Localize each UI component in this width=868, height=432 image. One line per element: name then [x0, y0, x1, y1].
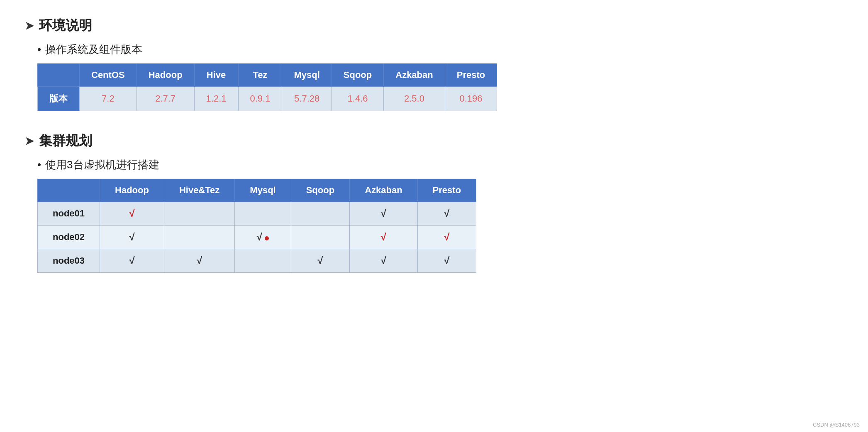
- cluster-table: Hadoop Hive&Tez Mysql Sqoop Azkaban Pres…: [37, 179, 476, 273]
- cluster-header-row: Hadoop Hive&Tez Mysql Sqoop Azkaban Pres…: [38, 179, 476, 202]
- cluster-node01-hadoop: √: [100, 202, 164, 226]
- section-environment: ➤ 环境说明 • 操作系统及组件版本 CentOS Hadoop Hive Te…: [25, 17, 843, 111]
- cluster-th-empty: [38, 179, 100, 202]
- cluster-th-presto: Presto: [417, 179, 476, 202]
- check-icon: √: [444, 208, 449, 219]
- check-icon: √: [317, 255, 323, 266]
- version-th-presto: Presto: [445, 64, 497, 87]
- cluster-node03-hivetez: √: [164, 249, 234, 273]
- section-title-cluster: ➤ 集群规划: [25, 132, 843, 150]
- cluster-node03-presto: √: [417, 249, 476, 273]
- cluster-node03-hadoop: √: [100, 249, 164, 273]
- check-icon: √: [444, 231, 449, 243]
- cluster-node03-mysql: [235, 249, 291, 273]
- version-table-header-row: CentOS Hadoop Hive Tez Mysql Sqoop Azkab…: [38, 64, 497, 87]
- cluster-th-sqoop: Sqoop: [291, 179, 349, 202]
- cluster-node02-mysql: √: [235, 226, 291, 249]
- check-icon: √: [381, 208, 386, 219]
- bullet-point-2: • 使用3台虚拟机进行搭建: [37, 158, 843, 172]
- check-icon: √: [444, 255, 449, 266]
- cluster-row-node01: node01 √ √ √: [38, 202, 476, 226]
- cluster-node01-hivetez: [164, 202, 234, 226]
- check-icon: √: [129, 255, 134, 266]
- check-icon: √: [129, 231, 134, 243]
- cluster-node02-hivetez: [164, 226, 234, 249]
- section-title-text-1: 环境说明: [39, 17, 92, 35]
- version-th-empty: [38, 64, 80, 87]
- bullet-text-1: 操作系统及组件版本: [45, 42, 142, 57]
- version-th-sqoop: Sqoop: [332, 64, 383, 87]
- bullet-dot-2: •: [37, 158, 41, 171]
- version-sqoop: 1.4.6: [332, 87, 383, 111]
- cluster-node02-azkaban: √: [350, 226, 417, 249]
- cluster-node01-label: node01: [38, 202, 100, 226]
- version-tez: 0.9.1: [238, 87, 282, 111]
- cursor-dot: [265, 236, 269, 240]
- arrow-icon-2: ➤: [25, 135, 34, 148]
- cluster-th-hive-tez: Hive&Tez: [164, 179, 234, 202]
- cluster-node01-presto: √: [417, 202, 476, 226]
- bullet-point-1: • 操作系统及组件版本: [37, 42, 843, 57]
- cluster-th-mysql: Mysql: [235, 179, 291, 202]
- watermark: CSDN @S1406793: [813, 422, 860, 428]
- cluster-node02-hadoop: √: [100, 226, 164, 249]
- cluster-row-node02: node02 √ √ √ √: [38, 226, 476, 249]
- section-cluster: ➤ 集群规划 • 使用3台虚拟机进行搭建 Hadoop Hive&Tez Mys…: [25, 132, 843, 273]
- cluster-node03-azkaban: √: [350, 249, 417, 273]
- arrow-icon-1: ➤: [25, 19, 34, 32]
- bullet-text-2: 使用3台虚拟机进行搭建: [45, 158, 159, 172]
- cluster-node01-azkaban: √: [350, 202, 417, 226]
- version-centos: 7.2: [80, 87, 137, 111]
- version-hadoop: 2.7.7: [137, 87, 194, 111]
- cluster-node03-sqoop: √: [291, 249, 349, 273]
- bullet-dot-1: •: [37, 43, 41, 56]
- version-th-centos: CentOS: [80, 64, 137, 87]
- check-icon: √: [381, 231, 386, 243]
- cluster-node01-mysql: [235, 202, 291, 226]
- version-mysql: 5.7.28: [282, 87, 332, 111]
- version-th-hadoop: Hadoop: [137, 64, 194, 87]
- version-th-azkaban: Azkaban: [384, 64, 445, 87]
- check-icon: √: [381, 255, 386, 266]
- cluster-th-azkaban: Azkaban: [350, 179, 417, 202]
- version-table-row: 版本 7.2 2.7.7 1.2.1 0.9.1 5.7.28 1.4.6 2.…: [38, 87, 497, 111]
- version-th-hive: Hive: [194, 64, 238, 87]
- check-icon: √: [197, 255, 202, 266]
- cluster-node02-sqoop: [291, 226, 349, 249]
- cluster-node01-sqoop: [291, 202, 349, 226]
- cluster-th-hadoop: Hadoop: [100, 179, 164, 202]
- check-icon: √: [257, 231, 262, 243]
- section-title-text-2: 集群规划: [39, 132, 92, 150]
- cluster-row-node03: node03 √ √ √ √ √: [38, 249, 476, 273]
- version-th-tez: Tez: [238, 64, 282, 87]
- version-presto: 0.196: [445, 87, 497, 111]
- cluster-node02-label: node02: [38, 226, 100, 249]
- cluster-node03-label: node03: [38, 249, 100, 273]
- check-icon: √: [129, 208, 134, 219]
- version-table: CentOS Hadoop Hive Tez Mysql Sqoop Azkab…: [37, 63, 497, 111]
- section-title-environment: ➤ 环境说明: [25, 17, 843, 35]
- version-hive: 1.2.1: [194, 87, 238, 111]
- version-row-label: 版本: [38, 87, 80, 111]
- version-th-mysql: Mysql: [282, 64, 332, 87]
- version-azkaban: 2.5.0: [384, 87, 445, 111]
- cluster-node02-presto: √: [417, 226, 476, 249]
